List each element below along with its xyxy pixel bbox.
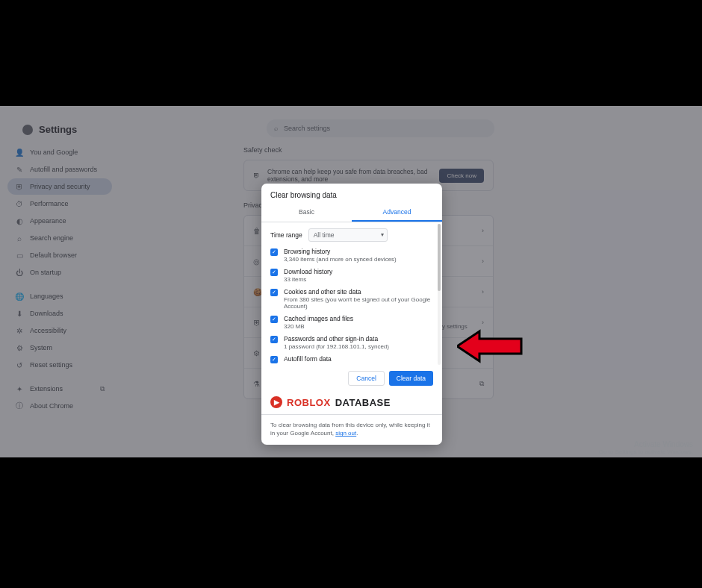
dialog-body: Time range All time ✓Browsing history3,3… <box>261 222 442 366</box>
check-autofill[interactable]: ✓Autofill form data <box>270 355 433 363</box>
check-cookies[interactable]: ✓Cookies and other site dataFrom 380 sit… <box>270 288 433 310</box>
checkbox-icon[interactable]: ✓ <box>270 336 278 343</box>
search-placeholder: Search settings <box>284 125 330 132</box>
checkbox-icon[interactable]: ✓ <box>270 289 278 296</box>
dialog-title: Clear browsing data <box>261 184 442 204</box>
sidebar-item-extensions[interactable]: ✦Extensions⧉ <box>7 381 112 397</box>
cancel-button[interactable]: Cancel <box>348 371 384 386</box>
page-heading: Settings <box>22 124 77 135</box>
time-range-select[interactable]: All time <box>308 228 388 242</box>
clear-data-button[interactable]: Clear data <box>389 371 433 386</box>
gear-icon: ⚙ <box>15 343 24 352</box>
check-cached[interactable]: ✓Cached images and files320 MB <box>270 315 433 330</box>
external-icon: ⧉ <box>479 380 484 388</box>
paint-icon: ◐ <box>15 216 24 225</box>
security-icon: ⛨ <box>253 319 261 327</box>
watermark-rest: DATABASE <box>335 397 391 408</box>
check-download-history[interactable]: ✓Download history33 items <box>270 268 433 283</box>
person-icon: 👤 <box>15 148 24 157</box>
sidebar-item-search-engine[interactable]: ⌕Search engine <box>7 230 112 246</box>
sidebar-item-privacy[interactable]: ⛨Privacy and security <box>7 178 112 195</box>
chevron-right-icon: › <box>482 257 484 265</box>
shield-icon: ⛨ <box>253 172 260 179</box>
sidebar-item-system[interactable]: ⚙System <box>7 340 112 356</box>
speed-icon: ⏱ <box>15 199 24 208</box>
sidebar-item-languages[interactable]: 🌐Languages <box>7 288 112 304</box>
chrome-icon <box>22 125 33 135</box>
page-title-text: Settings <box>39 124 77 135</box>
sidebar-item-downloads[interactable]: ⬇Downloads <box>7 305 112 322</box>
safety-check-heading: Safety check <box>243 146 494 154</box>
sidebar-item-appearance[interactable]: ◐Appearance <box>7 213 112 229</box>
tab-basic[interactable]: Basic <box>261 204 352 222</box>
tune-icon: ⚙ <box>253 349 260 357</box>
puzzle-icon: ✦ <box>15 384 24 393</box>
scrollbar-thumb[interactable] <box>438 224 441 291</box>
sidebar-item-you-and-google[interactable]: 👤You and Google <box>7 144 112 160</box>
checkbox-icon[interactable]: ✓ <box>270 316 278 323</box>
time-range-row: Time range All time <box>270 228 433 242</box>
chevron-right-icon: › <box>482 319 484 326</box>
win-line2: Go to Settings to activate Windows. <box>599 448 693 455</box>
download-icon: ⬇ <box>15 309 24 318</box>
dialog-tabs: Basic Advanced <box>261 204 442 222</box>
search-input[interactable]: ⌕ Search settings <box>267 119 494 137</box>
sidebar-item-performance[interactable]: ⏱Performance <box>7 196 112 212</box>
check-browsing-history[interactable]: ✓Browsing history3,340 items (and more o… <box>270 248 433 263</box>
sidebar: 👤You and Google ✎Autofill and passwords … <box>7 143 112 415</box>
chevron-right-icon: › <box>482 227 484 234</box>
checkbox-icon[interactable]: ✓ <box>270 248 278 256</box>
check-now-button[interactable]: Check now <box>439 169 484 183</box>
chevron-right-icon: › <box>482 288 484 295</box>
external-icon: ⧉ <box>100 385 105 393</box>
search-icon: ⌕ <box>274 125 278 132</box>
time-range-label: Time range <box>270 231 302 239</box>
trash-icon: 🗑 <box>253 227 261 235</box>
svg-marker-0 <box>457 331 521 361</box>
power-icon: ⏻ <box>15 268 24 277</box>
dialog-footer: To clear browsing data from this device … <box>261 414 442 445</box>
autofill-icon: ✎ <box>15 165 24 174</box>
windows-watermark: Activate Windows Go to Settings to activ… <box>599 440 693 455</box>
clear-browsing-data-dialog: Clear browsing data Basic Advanced Time … <box>261 184 442 445</box>
tab-advanced[interactable]: Advanced <box>352 204 442 222</box>
globe-icon: 🌐 <box>15 292 24 301</box>
checkbox-icon[interactable]: ✓ <box>270 269 278 276</box>
sidebar-item-about[interactable]: ⓘAbout Chrome <box>7 398 112 414</box>
lab-icon: ⚗ <box>253 380 260 388</box>
sidebar-item-accessibility[interactable]: ✲Accessibility <box>7 322 112 339</box>
sidebar-item-autofill[interactable]: ✎Autofill and passwords <box>7 161 112 178</box>
watermark: ▶ ROBLOX DATABASE <box>261 393 442 414</box>
win-line1: Activate Windows <box>599 440 693 448</box>
checkbox-icon[interactable]: ✓ <box>270 356 278 363</box>
sign-out-link[interactable]: sign out <box>335 430 356 437</box>
sidebar-item-default-browser[interactable]: ▭Default browser <box>7 247 112 263</box>
access-icon: ✲ <box>15 326 24 335</box>
watermark-icon: ▶ <box>270 396 282 408</box>
guide-icon: ◎ <box>253 257 260 266</box>
shield-icon: ⛨ <box>15 182 24 191</box>
search-engine-icon: ⌕ <box>15 234 24 243</box>
dialog-actions: Cancel Clear data <box>261 366 442 393</box>
reset-icon: ↺ <box>15 360 24 369</box>
sidebar-item-reset[interactable]: ↺Reset settings <box>7 357 112 373</box>
annotation-arrow <box>457 328 524 364</box>
window-icon: ▭ <box>15 251 24 260</box>
info-icon: ⓘ <box>15 401 24 410</box>
sidebar-item-on-startup[interactable]: ⏻On startup <box>7 264 112 281</box>
watermark-brand: ROBLOX <box>287 397 331 408</box>
safety-text: Chrome can help keep you safe from data … <box>267 168 432 183</box>
check-passwords[interactable]: ✓Passwords and other sign-in data1 passw… <box>270 335 433 350</box>
